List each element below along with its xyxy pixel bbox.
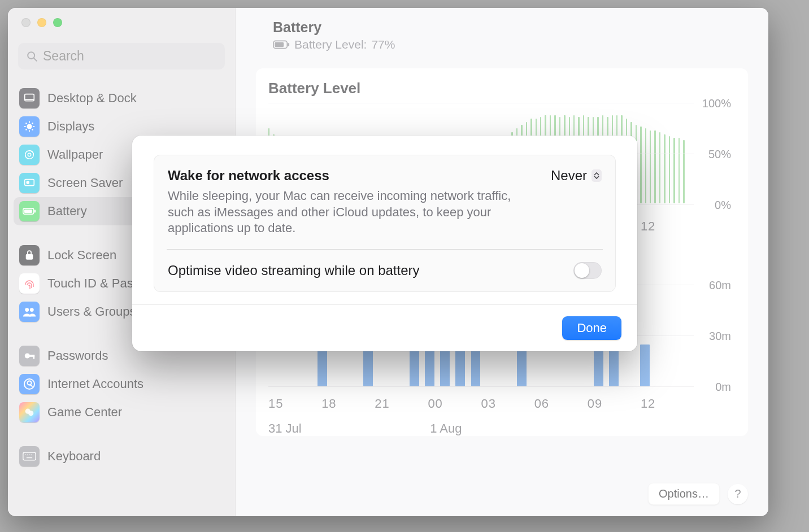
x-tick: 15 — [268, 396, 321, 411]
page-title: Battery — [273, 19, 748, 36]
optimise-video-switch[interactable] — [573, 262, 602, 279]
window-controls — [8, 18, 235, 43]
x-tick: 06 — [534, 396, 588, 411]
battery-icon — [273, 40, 290, 49]
optimise-video-row: Optimise video streaming while on batter… — [168, 262, 602, 279]
x-tick: 12 — [641, 396, 694, 411]
options-button[interactable]: Options… — [648, 483, 720, 505]
svg-line-9 — [25, 123, 27, 124]
ylabel: 60m — [709, 279, 731, 292]
window-close-button[interactable] — [21, 18, 31, 27]
sidebar-item-label: Displays — [47, 119, 94, 134]
wake-for-network-description: While sleeping, your Mac can receive inc… — [168, 188, 529, 237]
battery-level-bar — [664, 134, 665, 203]
battery-nav-icon — [19, 201, 40, 221]
options-sheet: Wake for network access While sleeping, … — [132, 136, 637, 351]
battery-level-bar — [645, 128, 646, 203]
svg-rect-18 — [24, 210, 32, 213]
wake-for-network-title: Wake for network access — [168, 168, 529, 184]
internet-accounts-icon — [19, 374, 40, 394]
sidebar-item-label: Battery — [47, 204, 87, 219]
search-icon — [26, 50, 38, 63]
svg-rect-2 — [25, 94, 34, 101]
svg-point-4 — [27, 124, 32, 129]
svg-point-16 — [27, 181, 29, 184]
done-button[interactable]: Done — [562, 316, 621, 340]
battery-level-bar — [683, 140, 684, 203]
ylabel: 0% — [715, 199, 731, 212]
svg-rect-38 — [288, 43, 289, 46]
touch-id-icon — [19, 273, 40, 294]
svg-line-1 — [34, 58, 37, 61]
sidebar-item-label: Game Center — [47, 405, 122, 420]
battery-level-label: Battery Level: — [294, 38, 367, 51]
sidebar-item-desktop-dock[interactable]: Desktop & Dock — [14, 84, 229, 112]
x-tick: 21 — [375, 396, 428, 411]
battery-level-bar — [640, 127, 641, 203]
svg-point-27 — [28, 381, 32, 385]
footer-row: Options… ? — [648, 483, 748, 505]
svg-rect-30 — [23, 452, 36, 460]
sidebar-item-internet-accounts[interactable]: Internet Accounts — [14, 370, 229, 398]
svg-point-21 — [25, 308, 29, 312]
ylabel: 50% — [708, 148, 731, 161]
search-field[interactable] — [18, 43, 225, 69]
battery-level-bar — [650, 130, 651, 203]
options-card: Wake for network access While sleeping, … — [154, 155, 616, 292]
date-label: 1 Aug — [430, 421, 462, 436]
window-minimize-button[interactable] — [37, 18, 46, 27]
ylabel: 30m — [709, 330, 731, 343]
svg-point-14 — [28, 153, 31, 156]
sidebar-item-label: Desktop & Dock — [47, 91, 137, 106]
battery-level-bar — [669, 136, 670, 203]
x-axis-hours-2: 1518210003060912 — [268, 396, 694, 411]
ylabel: 0m — [715, 381, 731, 394]
search-input[interactable] — [43, 49, 217, 64]
svg-rect-25 — [33, 355, 34, 359]
wake-for-network-value: Never — [551, 168, 587, 184]
x-tick: 12 — [641, 219, 694, 234]
users-groups-icon — [19, 302, 40, 322]
svg-rect-37 — [275, 42, 284, 47]
svg-point-22 — [30, 308, 34, 312]
help-button[interactable]: ? — [728, 484, 748, 504]
game-center-icon — [19, 402, 40, 422]
svg-line-11 — [25, 129, 27, 130]
x-tick: 03 — [481, 396, 534, 411]
keyboard-icon — [19, 446, 40, 466]
screen-saver-icon — [19, 173, 40, 193]
svg-rect-20 — [26, 254, 33, 260]
x-tick: 00 — [428, 396, 481, 411]
sidebar-item-label: Lock Screen — [47, 248, 116, 263]
wake-for-network-popup[interactable]: Never — [551, 168, 602, 184]
battery-level-bar — [654, 130, 655, 203]
battery-level-bar — [659, 132, 660, 203]
sidebar-item-label: Internet Accounts — [47, 377, 143, 391]
x-axis-dates: 31 Jul 1 Aug — [268, 421, 694, 436]
date-label: 31 Jul — [268, 421, 430, 436]
displays-icon — [19, 116, 40, 137]
optimise-video-label: Optimise video streaming while on batter… — [168, 263, 420, 278]
svg-line-10 — [32, 129, 33, 130]
x-tick: 18 — [321, 396, 375, 411]
chart-title: Battery Level — [268, 80, 736, 97]
sidebar-item-label: Passwords — [47, 348, 108, 363]
sidebar-item-label: Keyboard — [47, 449, 101, 464]
svg-point-29 — [28, 411, 33, 416]
sidebar-item-keyboard[interactable]: Keyboard — [14, 442, 229, 470]
svg-line-12 — [32, 123, 33, 124]
sidebar-item-game-center[interactable]: Game Center — [14, 398, 229, 426]
wallpaper-icon — [19, 145, 40, 165]
passwords-icon — [19, 346, 40, 366]
sheet-footer: Done — [132, 304, 637, 351]
window-zoom-button[interactable] — [53, 18, 62, 27]
ylabel: 100% — [702, 97, 731, 110]
svg-point-23 — [25, 353, 30, 358]
svg-point-0 — [28, 52, 34, 59]
sidebar-item-label: Screen Saver — [47, 176, 123, 190]
battery-level-value: 77% — [371, 38, 395, 51]
svg-rect-19 — [34, 210, 36, 212]
divider — [167, 249, 603, 250]
screen-on-bar — [640, 345, 650, 386]
x-tick: 09 — [588, 396, 641, 411]
